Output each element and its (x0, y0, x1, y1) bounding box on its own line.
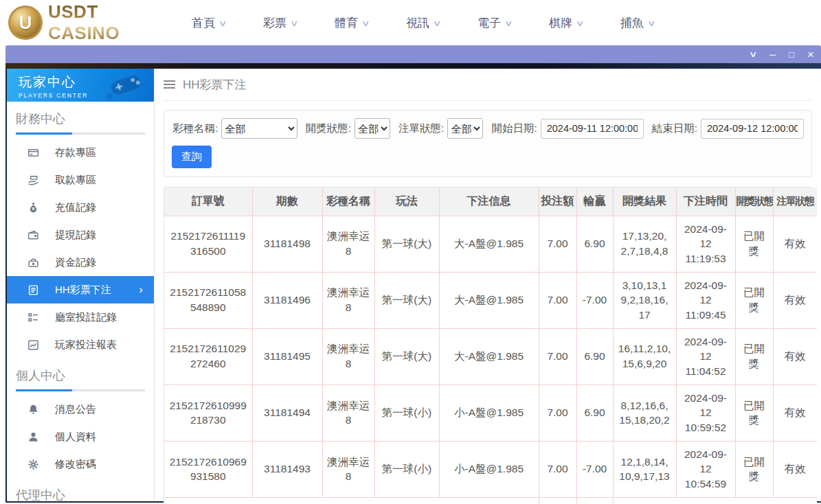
nav-item[interactable]: 首頁∨ (173, 15, 245, 31)
section-label: 財務中心 (16, 111, 145, 127)
draw-status-select[interactable]: 全部 (355, 118, 390, 139)
nav-item-label: 彩票 (263, 15, 286, 31)
table-cell: 2024-09-12 11:09:45 (676, 272, 735, 328)
sidebar-item[interactable]: 個人資料 (7, 423, 154, 450)
order-status-select[interactable]: 全部 (447, 118, 483, 139)
chevron-down-icon: ∨ (290, 17, 299, 28)
table-cell: 12,1,8,14,10,9,17,13 (613, 441, 676, 497)
table-cell: 第一球(大) (374, 216, 439, 272)
table-cell: 已開獎 (735, 441, 773, 497)
table-cell: 6.90 (576, 216, 613, 272)
window-maximize-icon[interactable]: □ (789, 50, 794, 59)
nav-item-label: 棋牌 (549, 15, 572, 31)
sidebar-item[interactable]: 提現記錄 (7, 221, 154, 249)
nav-item[interactable]: 捕魚∨ (602, 15, 673, 31)
summary-winloss-total: 6.70 (576, 497, 613, 504)
sidebar-item[interactable]: 充值記錄 (7, 194, 154, 221)
sidebar-item[interactable]: 消息公告 (7, 396, 154, 423)
sidebar-item-label: 充值記錄 (55, 201, 96, 214)
sidebar-item-label: 玩家投注報表 (55, 339, 117, 352)
sidebar-item[interactable]: 廳室投註記錄 (7, 303, 154, 331)
sidebar-item-label: HH彩票下注 (55, 284, 111, 297)
column-header: 玩法 (374, 187, 439, 216)
withdraw-hand-icon (27, 174, 39, 186)
column-header: 訂單號 (164, 187, 252, 216)
nav-item[interactable]: 體育∨ (316, 15, 387, 31)
window-minimize-icon[interactable]: ─ (769, 50, 776, 59)
table-cell: 6.90 (576, 328, 613, 385)
column-header: 開獎結果 (613, 187, 676, 216)
table-cell: 有效 (773, 441, 817, 497)
nav-item[interactable]: 視訊∨ (387, 15, 459, 31)
column-header: 彩種名稱 (322, 187, 374, 216)
sidebar-item-label: 提現記錄 (55, 229, 96, 242)
nav-item-label: 視訊 (406, 15, 429, 31)
column-header: 注單狀態 (773, 187, 817, 216)
table-cell: 已開獎 (735, 272, 773, 328)
table-cell: 7.00 (539, 441, 576, 497)
table-cell: 有效 (773, 385, 817, 441)
chevron-right-icon: › (139, 283, 143, 297)
table-cell: 大-A盤@1.985 (439, 216, 539, 272)
sidebar-header: 玩家中心 PLAYERS CENTER (7, 69, 154, 102)
logo-coin-icon: U (8, 5, 43, 40)
sidebar-item[interactable]: 玩家投注報表 (7, 331, 154, 358)
table-cell: -7.00 (576, 272, 613, 328)
start-date-input[interactable] (541, 119, 644, 139)
table-cell: 7.00 (539, 272, 576, 328)
sidebar-item-label: 資金記錄 (55, 256, 96, 269)
summary-label: 當前頁統計 (164, 497, 539, 504)
draw-status-label: 開獎狀態: (306, 122, 351, 136)
site-logo[interactable]: U USDT CASINO (0, 1, 164, 44)
table-cell: 7.00 (539, 216, 576, 272)
nav-item[interactable]: 電子∨ (459, 15, 530, 31)
section-label: 代理中心 (16, 487, 145, 501)
window-banner-strip (5, 63, 821, 69)
window-dropdown-icon[interactable]: ∨ (749, 50, 758, 58)
table-cell: 16,11,2,10,15,6,9,20 (613, 328, 676, 385)
sidebar-item[interactable]: HH彩票下注› (7, 276, 154, 303)
table-cell: 小-A盤@1.985 (439, 441, 539, 497)
chevron-down-icon: ∨ (433, 17, 442, 28)
table-cell: 8,12,16,6,15,18,20,2 (613, 385, 676, 441)
lottery-name-label: 彩種名稱: (172, 122, 218, 136)
table-header-row: 訂單號期數彩種名稱玩法下注信息投注額輸贏開獎結果下注時間開獎狀態注單狀態 (164, 187, 817, 216)
table-cell: 2152172611058548890 (164, 272, 252, 328)
lottery-name-select[interactable]: 全部 (221, 118, 297, 139)
nav-item[interactable]: 棋牌∨ (530, 15, 602, 31)
end-date-input[interactable] (701, 119, 804, 139)
section-finance-center: 財務中心 (7, 102, 154, 135)
sidebar-item-label: 取款專區 (55, 174, 96, 187)
sidebar-item[interactable]: 資金記錄 (7, 249, 154, 276)
finance-menu-list: 存款專區取款專區充值記錄提現記錄資金記錄HH彩票下注›廳室投註記錄玩家投注報表 (7, 135, 154, 358)
sidebar-item[interactable]: 存款專區 (7, 139, 154, 166)
sidebar-item[interactable]: 取款專區 (7, 166, 154, 194)
table-cell: 第一球(小) (374, 385, 439, 441)
query-button[interactable]: 查詢 (172, 146, 212, 168)
window-titlebar: ∨ ─ □ × (5, 45, 821, 63)
section-personal-center: 個人中心 (7, 358, 154, 391)
chevron-down-icon: ∨ (576, 17, 585, 28)
table-cell: 31181493 (252, 441, 322, 497)
nav-item[interactable]: 彩票∨ (245, 15, 316, 31)
summary-row: 當前頁統計35.006.70 (164, 497, 817, 504)
summary-bet-total: 35.00 (539, 497, 576, 504)
sidebar-item-label: 修改密碼 (55, 458, 96, 471)
column-header: 下注信息 (439, 187, 539, 216)
money-bag-icon (27, 201, 39, 214)
sidebar-item-label: 廳室投註記錄 (55, 311, 117, 324)
sidebar-item[interactable]: 修改密碼 (7, 450, 154, 478)
section-agent-center: 代理中心 (7, 478, 154, 501)
table-cell: 2152172610999218730 (164, 385, 252, 441)
table-cell: 有效 (773, 216, 817, 272)
table-row: 215217261102927246031181495澳洲幸运8第一球(大)大-… (164, 328, 817, 385)
window-close-icon[interactable]: × (807, 49, 814, 60)
column-header: 期數 (252, 187, 322, 216)
table-cell: 澳洲幸运8 (322, 385, 374, 441)
nav-item-label: 首頁 (192, 15, 215, 31)
table-cell: 17,13,20,2,7,18,4,8 (613, 216, 676, 272)
table-cell: 大-A盤@1.985 (439, 272, 539, 328)
app-window: ∨ ─ □ × 玩家中心 PLAYERS CENTER (5, 45, 821, 504)
nav-item-label: 捕魚 (620, 15, 644, 31)
hamburger-icon[interactable] (164, 80, 175, 89)
